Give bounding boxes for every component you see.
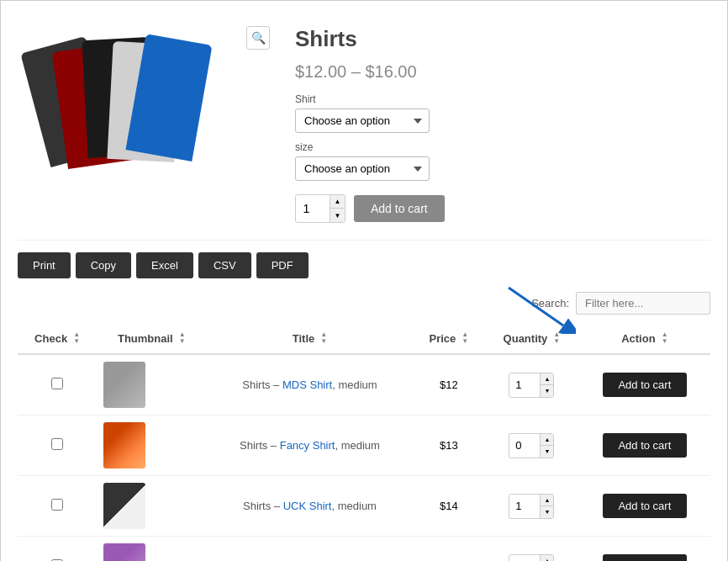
table-row: Shirts – DGD Shirt, Large $15 ▲ ▼ Add to… (18, 537, 710, 562)
row-qty-up-3[interactable]: ▲ (540, 495, 553, 506)
cell-qty-1: ▲ ▼ (484, 354, 579, 415)
product-qty-input[interactable] (296, 197, 330, 220)
row-qty-down-1[interactable]: ▼ (540, 385, 553, 397)
row-add-to-cart-button-2[interactable]: Add to cart (603, 433, 687, 458)
cell-qty-4: ▲ ▼ (484, 537, 579, 562)
row-qty-up-2[interactable]: ▲ (540, 434, 553, 446)
row-title-link-2[interactable]: Fancy Shirt (280, 439, 335, 452)
col-price-label: Price (429, 332, 456, 345)
row-price-2: $13 (440, 439, 458, 452)
row-qty-input-4[interactable] (509, 556, 540, 561)
row-thumbnail-3 (103, 483, 145, 529)
product-section: 🔍 Shirts $12.00 – $16.00 Shirt Choose an… (18, 18, 710, 240)
copy-button[interactable]: Copy (76, 252, 131, 278)
row-qty-down-3[interactable]: ▼ (540, 506, 553, 518)
cell-qty-2: ▲ ▼ (484, 415, 579, 476)
row-add-to-cart-button-4[interactable]: Add to cart (603, 554, 687, 561)
search-bar: Search: (18, 292, 710, 315)
row-checkbox-2[interactable] (51, 438, 63, 450)
product-add-to-cart-button[interactable]: Add to cart (354, 195, 445, 222)
product-qty-arrows: ▲ ▼ (330, 195, 345, 222)
row-qty-wrap-1: ▲ ▼ (509, 373, 554, 398)
row-qty-input-1[interactable] (509, 374, 540, 395)
qty-down-arrow[interactable]: ▼ (330, 209, 345, 222)
cell-qty-3: ▲ ▼ (484, 476, 579, 537)
col-action: Action ▲▼ (579, 323, 710, 354)
row-checkbox-3[interactable] (51, 499, 63, 511)
qty-up-arrow[interactable]: ▲ (330, 195, 345, 209)
row-qty-up-1[interactable]: ▲ (540, 373, 553, 385)
row-qty-down-2[interactable]: ▼ (540, 446, 553, 458)
search-input[interactable] (576, 292, 710, 315)
row-title-link-3[interactable]: UCK Shirt (283, 500, 332, 512)
row-qty-arrows-3: ▲ ▼ (540, 495, 553, 518)
row-qty-wrap-4: ▲ ▼ (509, 554, 554, 562)
col-thumbnail: Thumbnail ▲▼ (97, 323, 206, 354)
cell-check-2 (18, 415, 97, 476)
cell-check-4 (18, 537, 97, 562)
pdf-button[interactable]: PDF (256, 252, 309, 278)
col-thumbnail-label: Thumbnail (118, 332, 173, 345)
action-sort[interactable]: ▲▼ (662, 331, 668, 345)
row-price-3: $14 (440, 500, 458, 512)
cell-price-2: $13 (414, 415, 484, 476)
product-image (18, 26, 253, 194)
row-qty-arrows-2: ▲ ▼ (540, 434, 553, 458)
price-sort[interactable]: ▲▼ (462, 331, 468, 345)
thumbnail-sort[interactable]: ▲▼ (179, 331, 186, 345)
cell-check-3 (18, 476, 97, 537)
cell-action-1: Add to cart (579, 354, 710, 415)
row-add-to-cart-button-1[interactable]: Add to cart (603, 373, 687, 397)
print-button[interactable]: Print (18, 252, 71, 278)
cell-check-1 (18, 354, 97, 415)
product-price: $12.00 – $16.00 (295, 62, 710, 82)
row-thumbnail-1 (103, 362, 145, 408)
row-qty-up-4[interactable]: ▲ (540, 555, 553, 562)
row-title-prefix-1: Shirts – (242, 378, 282, 391)
row-qty-wrap-3: ▲ ▼ (509, 494, 554, 519)
cell-title-2: Shirts – Fancy Shirt, medium (206, 415, 413, 476)
col-action-label: Action (621, 332, 655, 345)
cell-action-3: Add to cart (579, 476, 710, 537)
cell-action-4: Add to cart (579, 537, 710, 562)
row-title-suffix-1: , medium (332, 378, 377, 391)
cell-thumb-4 (97, 537, 206, 562)
col-check: Check ▲▼ (18, 323, 97, 354)
cell-thumb-2 (97, 415, 206, 476)
product-details: Shirts $12.00 – $16.00 Shirt Choose an o… (295, 26, 710, 223)
cell-title-3: Shirts – UCK Shirt, medium (206, 476, 413, 537)
shirts-visual (34, 34, 236, 186)
col-title: Title ▲▼ (206, 323, 413, 354)
shirt-option-select[interactable]: Choose an option (295, 108, 430, 133)
size-option-select[interactable]: Choose an option (295, 156, 430, 181)
product-qty-wrap: ▲ ▼ (295, 194, 346, 223)
shirt-option-label: Shirt (295, 93, 710, 105)
table-row: Shirts – MDS Shirt, medium $12 ▲ ▼ Add t… (18, 354, 710, 415)
row-qty-arrows-4: ▲ ▼ (540, 555, 553, 562)
product-image-wrap: 🔍 (18, 26, 270, 223)
excel-button[interactable]: Excel (136, 252, 193, 278)
size-option-group: size Choose an option (295, 141, 710, 181)
check-sort[interactable]: ▲▼ (73, 331, 80, 345)
shirt-option-group: Shirt Choose an option (295, 93, 710, 133)
row-qty-input-3[interactable] (509, 495, 540, 516)
table-body: Shirts – MDS Shirt, medium $12 ▲ ▼ Add t… (18, 354, 710, 561)
cell-title-1: Shirts – MDS Shirt, medium (206, 354, 413, 415)
zoom-icon[interactable]: 🔍 (246, 26, 270, 50)
row-checkbox-1[interactable] (51, 378, 63, 389)
row-qty-input-2[interactable] (509, 435, 540, 456)
cell-action-2: Add to cart (579, 415, 710, 476)
toolbar: Print Copy Excel CSV PDF (18, 240, 710, 292)
row-thumbnail-4 (103, 543, 145, 561)
csv-button[interactable]: CSV (198, 252, 251, 278)
size-option-label: size (295, 141, 710, 153)
row-title-link-1[interactable]: MDS Shirt (282, 378, 332, 391)
svg-line-1 (509, 288, 563, 325)
blue-arrow (500, 283, 576, 334)
row-title-suffix-3: , medium (331, 500, 376, 512)
cell-price-1: $12 (414, 354, 484, 415)
cell-thumb-3 (97, 476, 206, 537)
row-thumbnail-2 (103, 422, 145, 468)
title-sort[interactable]: ▲▼ (320, 331, 327, 345)
row-add-to-cart-button-3[interactable]: Add to cart (603, 494, 687, 518)
